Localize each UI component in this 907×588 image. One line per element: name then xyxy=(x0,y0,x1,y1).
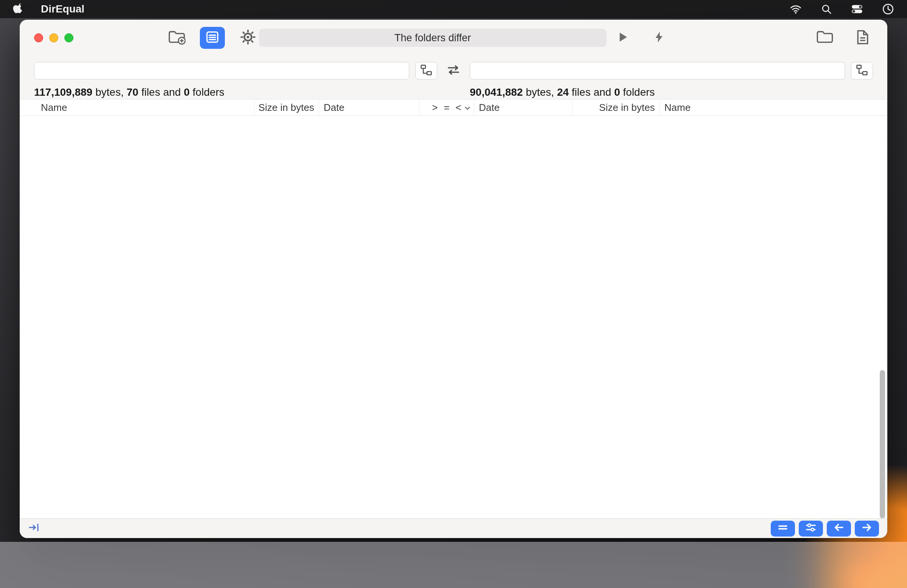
column-header-date-left[interactable]: Date xyxy=(319,99,419,115)
minimize-button[interactable] xyxy=(49,33,58,42)
settings-button[interactable] xyxy=(236,27,260,49)
menu-app-name[interactable]: DirEqual xyxy=(41,3,85,15)
diff-filter-button[interactable] xyxy=(771,521,795,537)
toolbar-left-group xyxy=(164,27,260,49)
tune-sliders-icon xyxy=(804,521,817,536)
column-header-size-left[interactable]: Size in bytes xyxy=(255,99,319,115)
reveal-path-icon[interactable] xyxy=(28,521,40,536)
right-stats: 90,041,882 bytes, 24 files and 0 folders xyxy=(470,86,873,98)
folder-tree-icon xyxy=(856,64,869,78)
window-chrome: The folders differ 117,109,889 bytes, 70 xyxy=(20,20,887,99)
search-icon[interactable] xyxy=(821,3,832,15)
column-header-compare[interactable]: >=< xyxy=(419,99,474,115)
stats-row: 117,109,889 bytes, 70 files and 0 folder… xyxy=(20,80,887,98)
start-comparison-button[interactable] xyxy=(610,27,635,49)
status-bar-buttons xyxy=(771,521,879,537)
column-header-size-right[interactable]: Size in bytes xyxy=(572,99,659,115)
folder-tree-icon xyxy=(420,64,433,78)
column-header-name-right[interactable]: Name xyxy=(659,99,887,115)
compare-list-icon xyxy=(205,29,220,46)
zoom-button[interactable] xyxy=(64,33,74,42)
reveal-in-finder-button[interactable] xyxy=(812,27,837,49)
right-path-input[interactable] xyxy=(470,62,845,80)
toolbar-run-group xyxy=(610,20,671,56)
table-scrollbar[interactable] xyxy=(880,370,885,518)
column-header-date-right[interactable]: Date xyxy=(474,99,572,115)
folder-icon xyxy=(816,29,833,46)
comparison-status-text: The folders differ xyxy=(394,32,471,44)
left-path-input[interactable] xyxy=(34,62,409,80)
table-header: Name Size in bytes Date >=< Date Size in… xyxy=(20,99,887,116)
comparison-status-field: The folders differ xyxy=(259,29,606,47)
clock-icon[interactable] xyxy=(882,3,894,15)
export-report-button[interactable] xyxy=(850,27,875,49)
left-folder-tree-button[interactable] xyxy=(415,62,437,80)
control-center-icon[interactable] xyxy=(851,3,863,15)
gear-icon xyxy=(240,29,256,47)
swap-arrows-icon xyxy=(446,62,461,79)
document-icon xyxy=(856,29,869,46)
quick-compare-button[interactable] xyxy=(647,27,671,49)
previous-diff-button[interactable] xyxy=(827,521,851,537)
direqual-window: The folders differ 117,109,889 bytes, 70 xyxy=(20,20,887,538)
close-button[interactable] xyxy=(34,33,43,42)
right-folder-tree-button[interactable] xyxy=(851,62,873,80)
toolbar-right-group xyxy=(812,20,875,56)
left-stats: 117,109,889 bytes, 70 files and 0 folder… xyxy=(34,86,409,98)
path-row xyxy=(20,56,887,80)
menu-bar-status-icons xyxy=(790,3,894,15)
arrow-left-icon xyxy=(832,521,845,536)
equal-lines-icon xyxy=(776,521,789,536)
lightning-icon xyxy=(652,30,665,45)
options-button[interactable] xyxy=(799,521,823,537)
menu-bar: DirEqual xyxy=(0,0,907,18)
select-folders-button[interactable] xyxy=(164,27,189,49)
window-toolbar: The folders differ xyxy=(20,20,887,56)
play-icon xyxy=(615,30,630,46)
swap-paths-button[interactable] xyxy=(443,62,464,79)
next-diff-button[interactable] xyxy=(855,521,879,537)
chevron-down-icon xyxy=(463,103,472,115)
apple-menu[interactable] xyxy=(13,2,24,16)
status-bar xyxy=(20,518,887,538)
wifi-icon[interactable] xyxy=(790,3,802,15)
apple-logo-icon xyxy=(13,2,24,16)
arrow-right-icon xyxy=(861,521,873,536)
folder-plus-icon xyxy=(168,29,186,46)
compare-button[interactable] xyxy=(200,27,225,49)
dock xyxy=(0,542,907,588)
column-header-name-left[interactable]: Name xyxy=(20,99,255,115)
traffic-lights xyxy=(34,33,74,42)
diff-table-body xyxy=(20,116,887,518)
